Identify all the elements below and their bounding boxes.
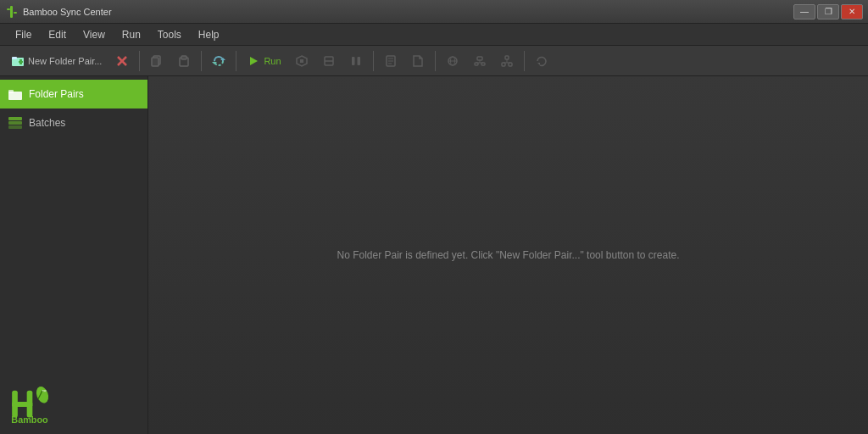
svg-text:™: ™: [42, 389, 47, 394]
sidebar-nav: Folder Pairs Batches: [0, 80, 147, 375]
empty-message: No Folder Pair is defined yet. Click "Ne…: [337, 249, 679, 261]
window-controls: — ❐ ✕: [793, 4, 863, 19]
run-label: Run: [264, 56, 281, 66]
net3-icon: [500, 54, 514, 68]
separator-4: [373, 51, 374, 71]
menu-bar: FileEditViewRunToolsHelp: [0, 24, 868, 46]
net3-button[interactable]: [494, 49, 520, 73]
svg-rect-34: [505, 56, 509, 59]
menu-item-tools[interactable]: Tools: [149, 26, 190, 43]
svg-rect-21: [357, 57, 360, 65]
svg-text:Bamboo: Bamboo: [11, 415, 48, 425]
file2-button[interactable]: [405, 49, 431, 73]
folder-pairs-icon: [8, 88, 22, 100]
svg-point-48: [34, 385, 50, 404]
delete-icon: [115, 54, 129, 68]
sidebar-item-batches[interactable]: Batches: [0, 108, 147, 137]
svg-rect-41: [8, 90, 14, 93]
app-title: Bamboo Sync Center: [23, 7, 112, 17]
menu-item-file[interactable]: File: [7, 26, 40, 43]
menu-item-view[interactable]: View: [75, 26, 114, 43]
menu-item-run[interactable]: Run: [114, 26, 149, 43]
svg-rect-17: [300, 59, 303, 63]
net1-icon: [446, 54, 459, 68]
svg-rect-36: [509, 63, 512, 66]
title-bar: Bamboo Sync Center — ❐ ✕: [0, 0, 868, 24]
sidebar-item-folder-pairs[interactable]: Folder Pairs: [0, 80, 147, 108]
separator-5: [435, 51, 436, 71]
stop2-button[interactable]: [316, 49, 342, 73]
content-area: No Folder Pair is defined yet. Click "Ne…: [148, 76, 868, 434]
net1-button[interactable]: [440, 49, 465, 73]
refresh-icon: [535, 54, 548, 68]
net2-icon: [473, 54, 487, 68]
run-button[interactable]: Run: [241, 49, 287, 73]
play-icon: [247, 54, 260, 68]
svg-rect-10: [152, 58, 159, 66]
svg-rect-47: [12, 402, 32, 407]
copy-button[interactable]: [144, 49, 170, 73]
separator-6: [524, 51, 525, 71]
stop2-icon: [322, 54, 336, 68]
new-folder-pair-icon: [11, 54, 25, 68]
batches-label: Batches: [29, 117, 65, 129]
app-icon: [5, 5, 19, 19]
file2-icon: [411, 54, 425, 68]
sync-icon: [212, 54, 225, 68]
menu-item-help[interactable]: Help: [190, 26, 228, 43]
svg-rect-6: [19, 61, 23, 63]
net2-button[interactable]: [467, 49, 492, 73]
svg-marker-15: [250, 57, 258, 65]
new-folder-pair-button[interactable]: New Folder Pair...: [5, 49, 108, 73]
new-folder-pair-label: New Folder Pair...: [28, 56, 102, 66]
main-area: Folder Pairs Batches: [0, 76, 868, 434]
refresh-button[interactable]: [529, 49, 554, 73]
svg-rect-1: [7, 8, 10, 10]
pause-icon: [349, 54, 363, 68]
svg-rect-12: [181, 56, 186, 59]
pause-button[interactable]: [343, 49, 369, 73]
svg-rect-20: [352, 57, 355, 65]
svg-rect-4: [12, 57, 17, 59]
svg-rect-0: [10, 6, 13, 18]
separator-1: [139, 51, 140, 71]
svg-marker-39: [537, 63, 540, 65]
svg-rect-2: [14, 12, 17, 14]
batches-icon: [8, 117, 22, 129]
copy-icon: [150, 54, 164, 68]
menu-item-edit[interactable]: Edit: [40, 26, 75, 43]
title-left: Bamboo Sync Center: [5, 5, 112, 19]
svg-rect-44: [8, 125, 22, 129]
svg-rect-29: [477, 57, 482, 60]
stop1-button[interactable]: [289, 49, 314, 73]
svg-rect-43: [8, 121, 22, 125]
close-button[interactable]: ✕: [841, 4, 863, 19]
folder-pairs-label: Folder Pairs: [29, 88, 84, 100]
svg-rect-35: [502, 63, 505, 66]
minimize-button[interactable]: —: [793, 4, 815, 19]
toolbar: New Folder Pair...: [0, 46, 868, 76]
svg-rect-42: [8, 117, 22, 120]
restore-button[interactable]: ❐: [817, 4, 839, 19]
log-button[interactable]: [378, 49, 403, 73]
sidebar: Folder Pairs Batches: [0, 76, 148, 434]
sync-button[interactable]: [206, 49, 231, 73]
paste-icon: [177, 54, 191, 68]
stop1-icon: [295, 54, 309, 68]
log-icon: [384, 54, 398, 68]
sidebar-brand: Bamboo ™: [0, 375, 147, 434]
separator-3: [236, 51, 236, 71]
delete-button[interactable]: [109, 49, 135, 73]
paste-button[interactable]: [171, 49, 197, 73]
separator-2: [201, 51, 202, 71]
